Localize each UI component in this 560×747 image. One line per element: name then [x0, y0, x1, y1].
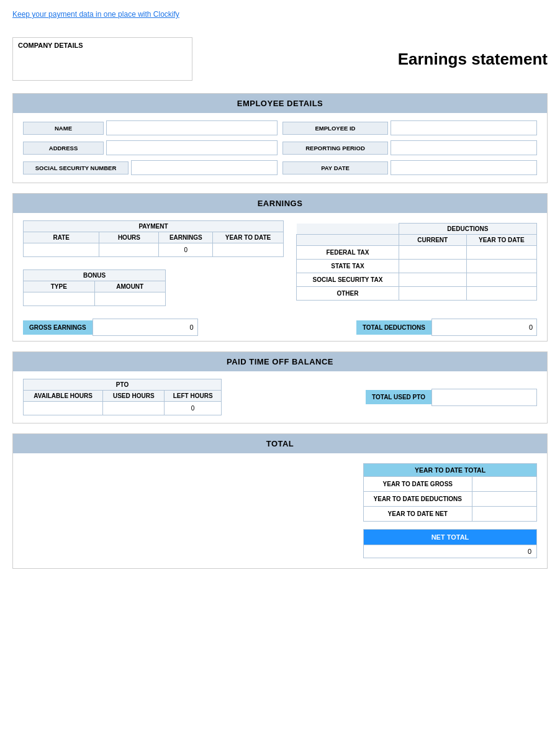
- pto-left-value: 0: [165, 402, 222, 415]
- gross-earnings-block: GROSS EARNINGS 0: [23, 319, 198, 336]
- hours-input[interactable]: [111, 245, 148, 255]
- clockify-link[interactable]: Keep your payment data in one place with…: [12, 10, 179, 19]
- payment-col-rate: RATE: [24, 232, 99, 243]
- payment-col-ytd: YEAR TO DATE: [213, 232, 284, 243]
- deductions-table-header: DEDUCTIONS: [399, 224, 536, 235]
- net-total-row: 0: [364, 545, 537, 558]
- payment-col-hours: HOURS: [99, 232, 159, 243]
- total-deductions-label: TOTAL DEDUCTIONS: [356, 320, 431, 335]
- other-ytd-input[interactable]: [471, 289, 514, 298]
- employee-id-label: EMPLOYEE ID: [282, 122, 388, 135]
- ytd-net-row: YEAR TO DATE NET: [364, 507, 537, 522]
- pto-table: PTO AVAILABLE HOURS USED HOURS LEFT HOUR…: [23, 379, 222, 415]
- ytd-gross-row: YEAR TO DATE GROSS: [364, 477, 537, 492]
- social-security-row: SOCIAL SECURITY TAX: [297, 273, 537, 287]
- company-box: COMPANY DETAILS: [12, 37, 192, 81]
- bonus-col-amount: AMOUNT: [94, 281, 166, 292]
- pto-used-input[interactable]: [112, 404, 155, 413]
- ytd-deductions-input[interactable]: [476, 494, 526, 504]
- company-label: COMPANY DETAILS: [18, 42, 83, 49]
- state-tax-current-input[interactable]: [403, 261, 446, 271]
- top-link-wrapper: Keep your payment data in one place with…: [12, 10, 548, 19]
- federal-tax-current-input[interactable]: [403, 248, 446, 257]
- ss-current-input[interactable]: [403, 275, 446, 284]
- state-tax-row: STATE TAX: [297, 260, 537, 273]
- page-title: Earnings statement: [398, 50, 548, 69]
- ytd-net-input[interactable]: [476, 509, 526, 518]
- other-label: OTHER: [297, 287, 399, 301]
- deductions-spacer: [297, 224, 399, 235]
- total-section-left: [23, 463, 351, 558]
- deductions-table: DEDUCTIONS CURRENT YEAR TO DATE FEDERAL …: [296, 223, 537, 301]
- ssn-field-row: SOCIAL SECURITY NUMBER: [23, 160, 278, 175]
- net-total-label: NET TOTAL: [364, 530, 537, 545]
- employee-details-section: EMPLOYEE DETAILS NAME ADDRESS SOCIAL SEC…: [12, 93, 548, 183]
- employee-details-header: EMPLOYEE DETAILS: [13, 94, 547, 113]
- pto-row: 0: [24, 402, 222, 415]
- pto-right: TOTAL USED PTO: [234, 389, 537, 406]
- pto-content: PTO AVAILABLE HOURS USED HOURS LEFT HOUR…: [13, 371, 547, 423]
- ytd-net-label: YEAR TO DATE NET: [364, 507, 472, 522]
- address-input[interactable]: [106, 140, 278, 155]
- pto-table-header: PTO: [24, 379, 222, 391]
- earnings-right: DEDUCTIONS CURRENT YEAR TO DATE FEDERAL …: [296, 220, 537, 306]
- pay-date-field-row: PAY DATE: [282, 160, 537, 175]
- rate-input[interactable]: [37, 245, 86, 255]
- ss-ytd-input[interactable]: [471, 275, 514, 284]
- deductions-col-ytd: YEAR TO DATE: [466, 235, 536, 246]
- total-deductions-value: 0: [431, 319, 537, 336]
- pto-available-input[interactable]: [42, 404, 85, 413]
- bonus-table-header: BONUS: [24, 270, 166, 281]
- pto-col-left: LEFT HOURS: [165, 391, 222, 402]
- earnings-content: PAYMENT RATE HOURS EARNINGS YEAR TO DATE…: [13, 213, 547, 314]
- total-used-pto-block: TOTAL USED PTO: [366, 389, 537, 406]
- pay-date-label: PAY DATE: [282, 161, 388, 174]
- totals-row: GROSS EARNINGS 0 TOTAL DEDUCTIONS 0: [13, 314, 547, 341]
- total-section-right: YEAR TO DATE TOTAL YEAR TO DATE GROSS YE…: [363, 463, 537, 558]
- address-field-row: ADDRESS: [23, 140, 278, 155]
- total-used-pto-value: [431, 389, 537, 406]
- payment-table-header: PAYMENT: [24, 221, 284, 232]
- payment-table: PAYMENT RATE HOURS EARNINGS YEAR TO DATE…: [23, 220, 284, 257]
- employee-id-input[interactable]: [391, 120, 537, 135]
- pto-section: PAID TIME OFF BALANCE PTO AVAILABLE HOUR…: [12, 351, 548, 423]
- federal-tax-ytd-input[interactable]: [471, 248, 514, 257]
- ytd-gross-input[interactable]: [476, 479, 526, 489]
- social-security-label: SOCIAL SECURITY TAX: [297, 273, 399, 287]
- state-tax-label: STATE TAX: [297, 260, 399, 273]
- employee-details-grid: NAME ADDRESS SOCIAL SECURITY NUMBER EMPL…: [13, 113, 547, 183]
- ssn-label: SOCIAL SECURITY NUMBER: [23, 161, 129, 174]
- name-input[interactable]: [106, 120, 278, 135]
- pay-date-input[interactable]: [391, 160, 537, 175]
- bonus-table: BONUS TYPE AMOUNT: [23, 269, 166, 306]
- ytd-deductions-row: YEAR TO DATE DEDUCTIONS: [364, 492, 537, 507]
- other-current-input[interactable]: [403, 289, 446, 298]
- reporting-period-label: REPORTING PERIOD: [282, 142, 388, 155]
- ssn-input[interactable]: [131, 160, 278, 175]
- net-total-value: 0: [364, 545, 537, 558]
- earnings-header: EARNINGS: [13, 194, 547, 213]
- earnings-value: 0: [159, 243, 213, 257]
- ytd-gross-label: YEAR TO DATE GROSS: [364, 477, 472, 492]
- state-tax-ytd-input[interactable]: [471, 261, 514, 271]
- payment-col-earnings: EARNINGS: [159, 232, 213, 243]
- other-row: OTHER: [297, 287, 537, 301]
- ytd-payment-input[interactable]: [227, 245, 270, 255]
- employee-id-field-row: EMPLOYEE ID: [282, 120, 537, 135]
- bonus-amount-input[interactable]: [102, 294, 158, 304]
- reporting-period-field-row: REPORTING PERIOD: [282, 140, 537, 155]
- reporting-period-input[interactable]: [391, 140, 537, 155]
- employee-details-right: EMPLOYEE ID REPORTING PERIOD PAY DATE: [282, 120, 537, 175]
- net-total-table: NET TOTAL 0: [363, 529, 537, 558]
- ytd-table: YEAR TO DATE TOTAL YEAR TO DATE GROSS YE…: [363, 463, 537, 522]
- ytd-table-header: YEAR TO DATE TOTAL: [364, 464, 537, 477]
- pto-header: PAID TIME OFF BALANCE: [13, 352, 547, 371]
- ytd-deductions-label: YEAR TO DATE DEDUCTIONS: [364, 492, 472, 507]
- name-field-row: NAME: [23, 120, 278, 135]
- total-section: TOTAL YEAR TO DATE TOTAL YEAR TO DATE GR…: [12, 433, 548, 569]
- gross-earnings-value: 0: [93, 319, 198, 336]
- bonus-type-input[interactable]: [31, 294, 87, 304]
- total-used-pto-label: TOTAL USED PTO: [366, 390, 431, 404]
- gross-earnings-label: GROSS EARNINGS: [23, 320, 93, 335]
- bonus-col-type: TYPE: [24, 281, 95, 292]
